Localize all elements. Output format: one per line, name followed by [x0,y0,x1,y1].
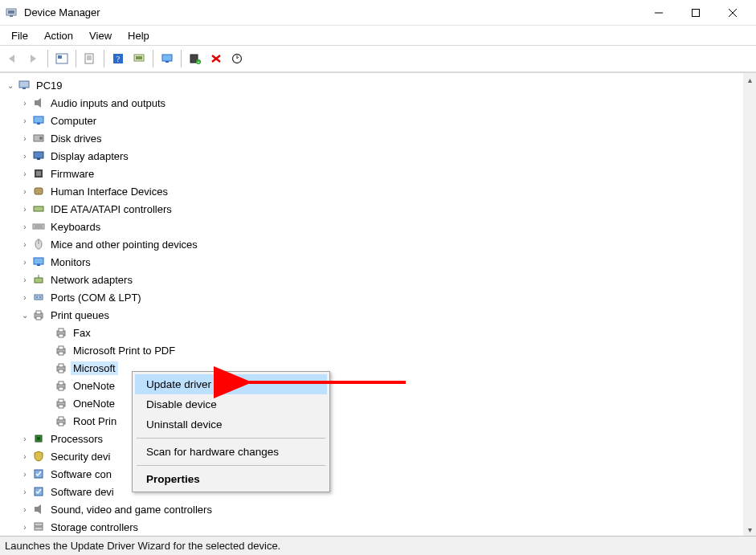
context-menu-item[interactable]: Scan for hardware changes [135,442,327,462]
tree-category[interactable]: › Audio inputs and outputs [3,94,743,112]
tree-item-label: Microsoft Print to PDF [71,344,178,357]
scroll-down-button[interactable]: ▾ [743,523,756,536]
menu-file[interactable]: File [3,28,36,43]
tree-category[interactable]: ⌄ Print queues [3,306,743,324]
tree-item-label: OneNote [71,379,117,393]
tree-category[interactable]: › Sound, video and game controllers [3,500,743,518]
expander-closed[interactable]: › [19,203,31,214]
expander-closed[interactable]: › [19,486,31,497]
tree-item-label: Microsoft [71,361,118,375]
expander-closed[interactable]: › [19,97,31,108]
tree-category[interactable]: › Ports (COM & LPT) [3,288,743,306]
tree-root[interactable]: ⌄ PC19 [3,76,743,94]
expander-closed[interactable]: › [19,521,31,533]
context-menu-item[interactable]: Uninstall device [135,414,327,435]
context-menu-item[interactable]: Properties [135,469,327,489]
tree-item[interactable]: OneNote [3,394,743,412]
monitor-icon [32,255,45,268]
tree-item[interactable]: Microsoft [3,359,743,377]
context-menu-item[interactable]: Update driver [135,374,327,394]
context-menu-item[interactable]: Disable device [135,394,327,414]
tree-category[interactable]: › Computer [3,112,743,129]
tree-item[interactable]: Microsoft Print to PDF [3,341,743,359]
tree-category[interactable]: › Human Interface Devices [3,182,743,200]
tree-category[interactable]: › Keyboards [3,218,743,235]
tree-category-label: Audio inputs and outputs [48,96,168,110]
scroll-up-button[interactable]: ▴ [743,73,756,86]
tree-category[interactable]: › Mice and other pointing devices [3,235,743,253]
tree-item-label: Fax [71,326,93,340]
maximize-button[interactable] [677,1,714,25]
close-button[interactable] [714,1,751,25]
menubar: File Action View Help [0,26,756,45]
svg-point-31 [39,137,43,140]
port-icon [32,291,45,304]
tree-category-label: Human Interface Devices [48,185,170,198]
toolbar-uninstall[interactable] [206,49,226,68]
tree-category[interactable]: › Display adapters [3,147,743,165]
tree-category[interactable]: › Monitors [3,253,743,271]
expander-open[interactable]: ⌄ [5,80,16,91]
tree-category[interactable]: › Software con [3,465,743,483]
expander-closed[interactable]: › [19,115,31,126]
statusbar: Launches the Update Driver Wizard for th… [0,536,756,555]
disk-icon [32,132,45,145]
tree-category[interactable]: › Firmware [3,165,743,182]
tree-item-label: OneNote [71,397,117,410]
tree-category[interactable]: › Network adapters [3,271,743,288]
expander-closed[interactable]: › [19,504,31,515]
expander-closed[interactable]: › [19,468,31,480]
minimize-button[interactable] [640,1,677,25]
printer-icon [55,397,67,410]
toolbar-forward[interactable] [24,49,43,68]
toolbar-show-hidden[interactable] [52,49,72,68]
window-controls [640,1,751,25]
chip-icon [32,167,45,180]
svg-rect-51 [36,311,41,314]
tree-category[interactable]: › Disk drives [3,129,743,147]
tree-item[interactable]: Fax [3,324,743,341]
expander-closed[interactable]: › [19,168,31,179]
svg-rect-35 [36,171,41,176]
svg-rect-28 [34,116,43,123]
expander-closed[interactable]: › [19,150,31,161]
device-tree[interactable]: ⌄ PC19 › Audio inputs and outputs › Comp… [0,73,743,536]
tree-category[interactable]: › IDE ATA/ATAPI controllers [3,200,743,218]
toolbar-back[interactable] [3,49,22,68]
toolbar-add-legacy[interactable]: + [186,49,205,68]
tree-category-label: IDE ATA/ATAPI controllers [48,202,174,216]
toolbar-show-monitor[interactable] [157,49,177,68]
tree-category[interactable]: › Processors [3,430,743,447]
toolbar-scan-hardware[interactable] [227,49,247,68]
expander-closed[interactable]: › [19,274,31,285]
tree-category[interactable]: › Security devi [3,447,743,465]
vertical-scrollbar[interactable]: ▴ ▾ [743,73,756,536]
menu-help[interactable]: Help [120,28,157,43]
svg-rect-27 [35,100,38,105]
tree-category[interactable]: › Software devi [3,483,743,500]
tree-category-label: Disk drives [48,132,104,145]
expander-closed[interactable]: › [19,433,31,444]
menu-view[interactable]: View [81,28,120,43]
tree-category[interactable]: › Storage controllers [3,518,743,536]
security-icon [32,450,45,463]
svg-rect-76 [35,523,43,526]
expander-closed[interactable]: › [19,221,31,232]
tree-item[interactable]: Root Prin [3,412,743,430]
expander-closed[interactable]: › [19,186,31,197]
hid-icon [32,185,45,198]
toolbar-help[interactable]: ? [108,49,128,68]
tree-item[interactable]: OneNote [3,377,743,394]
expander-closed[interactable]: › [19,256,31,267]
expander-closed[interactable]: › [19,239,31,250]
expander-closed[interactable]: › [19,133,31,144]
expander-closed[interactable]: › [19,292,31,303]
expander-closed[interactable]: › [19,451,31,462]
toolbar: ? + [0,45,756,72]
expander-placeholder [42,380,53,391]
menu-action[interactable]: Action [36,28,81,43]
expander-open[interactable]: ⌄ [19,309,31,320]
toolbar-update-driver[interactable] [129,49,149,68]
mouse-icon [32,238,45,251]
toolbar-properties[interactable] [80,49,100,68]
